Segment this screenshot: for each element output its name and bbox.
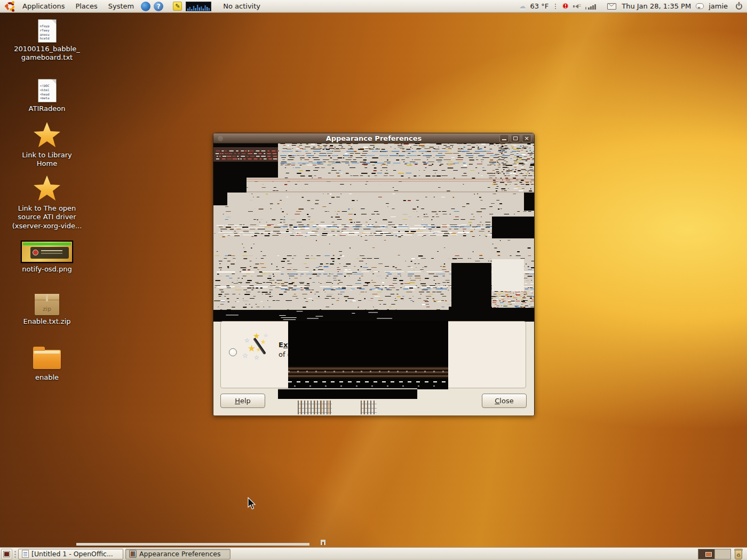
system-monitor-applet[interactable] (186, 2, 211, 11)
menu-places[interactable]: Places (70, 0, 102, 12)
icon-label: Link to Library Home (5, 151, 89, 169)
activity-indicator-label[interactable]: No activity (220, 2, 264, 10)
taskbar-item-appearance-preferences[interactable]: Appearance Preferences (125, 549, 231, 559)
user-menu-label[interactable]: jamie (705, 2, 731, 10)
mouse-cursor (247, 497, 257, 511)
volume-muted-icon[interactable] (573, 3, 582, 10)
network-signal-icon[interactable] (585, 3, 597, 10)
system-monitor-graph (186, 2, 211, 11)
help-launcher-icon[interactable]: ? (154, 2, 163, 11)
zip-archive-icon: zip (35, 294, 59, 315)
openoffice-document-icon (22, 550, 29, 558)
firefox-launcher-icon[interactable] (141, 2, 150, 11)
glitch-artifact-mark (322, 542, 324, 545)
star-link-icon (33, 122, 61, 149)
extra-effects-radio[interactable] (229, 348, 237, 356)
icon-label: 20100116_babble_ gameboard.txt (5, 45, 89, 62)
desktop-icon-notify-osd[interactable]: notify-osd.png (5, 241, 89, 274)
window-title: Appearance Preferences (326, 134, 422, 142)
show-desktop-button[interactable] (1, 549, 12, 559)
glitch-speckle (298, 401, 332, 414)
icon-label: Link to The open source ATI driver (xser… (5, 204, 89, 230)
window-icon (218, 136, 223, 141)
menu-system[interactable]: System (103, 0, 139, 12)
desktop-icon-ati-driver-link[interactable]: Link to The open source ATI driver (xser… (5, 175, 89, 230)
workspace-switcher (698, 549, 731, 559)
bottom-panel: [Untitled 1 - OpenOffic... Appearance Pr… (0, 547, 747, 560)
folder-icon (33, 350, 61, 369)
user-status-bubble-icon[interactable] (696, 3, 704, 9)
mail-indicator-icon[interactable] (607, 3, 616, 10)
glitch-black-block (288, 379, 448, 389)
icon-label: notify-osd.png (5, 265, 89, 274)
glitch-brown-band (288, 366, 448, 380)
panel-grip-handle[interactable] (14, 550, 17, 558)
taskbar-item-label: [Untitled 1 - OpenOffic... (31, 550, 113, 558)
desktop-icon-library-home[interactable]: Link to Library Home (5, 122, 89, 169)
magic-wand-sparkle-icon: ★ ☆ ★ ★ ☆ ★ ☆ ☆ (242, 331, 272, 362)
window-content-corrupted: ★ ☆ ★ ★ ☆ ★ ☆ ☆ Extr of ef (213, 143, 534, 415)
glitch-black-block (278, 388, 417, 399)
weather-cloud-icon[interactable]: ☁ (519, 2, 526, 10)
close-window-button[interactable]: × (522, 134, 531, 142)
menu-applications[interactable]: Applications (17, 0, 70, 12)
icon-label: Enable.txt.zip (5, 317, 89, 326)
top-panel: Applications Places System ? ✎ No activi… (0, 0, 747, 13)
file-preview-text: nfoyp rfeey anosu hcetd (40, 24, 55, 41)
taskbar-item-label: Appearance Preferences (139, 550, 221, 558)
workspace-2[interactable] (714, 549, 730, 559)
minimize-button[interactable] (499, 134, 509, 142)
glitch-black-block (288, 321, 448, 368)
update-alert-icon[interactable]: ✹! (561, 2, 570, 11)
star-link-icon (33, 175, 61, 202)
applet-grip-handle[interactable] (554, 3, 557, 10)
appearance-preferences-window: Appearance Preferences × ★ ☆ ★ ★ ☆ ★ ☆ (213, 133, 535, 415)
zip-badge: zip (35, 306, 59, 313)
power-icon[interactable] (735, 3, 743, 10)
help-button[interactable]: Help (220, 394, 265, 408)
desktop-icon-gameboard-txt[interactable]: nfoyp rfeey anosu hcetd 20100116_babble_… (5, 19, 89, 62)
ubuntu-menu-icon[interactable] (5, 2, 15, 11)
maximize-button[interactable] (511, 134, 520, 142)
text-file-icon: <!DOC <html <head <meta (38, 79, 57, 102)
appearance-preferences-icon (129, 550, 137, 558)
glitch-artifact-bar (76, 543, 309, 546)
desktop-background: Applications Places System ? ✎ No activi… (0, 0, 747, 560)
icon-label: enable (5, 373, 89, 382)
glitch-noise-canvas (213, 143, 534, 322)
taskbar-item-openoffice[interactable]: [Untitled 1 - OpenOffic... (18, 549, 123, 559)
close-button[interactable]: Close (482, 394, 527, 408)
notes-applet-icon[interactable]: ✎ (173, 2, 182, 11)
desktop-icon-enable-folder[interactable]: enable (5, 346, 89, 382)
clock-label[interactable]: Thu Jan 28, 1:35 PM (618, 2, 694, 10)
desktop-icon-enable-zip[interactable]: zip Enable.txt.zip (5, 294, 89, 326)
window-titlebar[interactable]: Appearance Preferences × (213, 133, 534, 143)
glitch-speckle (361, 401, 377, 414)
workspace-1-active[interactable] (698, 549, 714, 559)
image-thumbnail-icon (21, 241, 73, 263)
file-preview-text: <!DOC <html <head <meta (40, 84, 55, 100)
icon-label: ATIRadeon (5, 105, 89, 113)
desktop-icon-atiradeon[interactable]: <!DOC <html <head <meta ATIRadeon (5, 79, 89, 113)
trash-applet-icon[interactable]: ♻ (733, 549, 744, 559)
text-file-icon: nfoyp rfeey anosu hcetd (38, 19, 57, 43)
weather-temperature[interactable]: 63 °F (527, 2, 552, 10)
